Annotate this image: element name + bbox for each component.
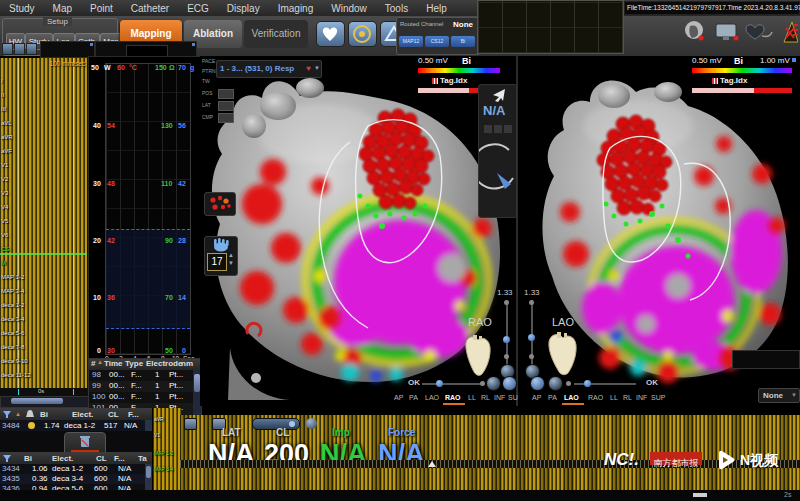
view-inf[interactable]: INF [494,394,505,401]
map-heart-button[interactable] [316,21,345,47]
strip-tool-button-3[interactable] [306,418,317,429]
preview-window-1[interactable] [40,41,95,58]
lat-checkbox[interactable] [218,101,234,111]
fan-knob[interactable] [251,373,261,383]
zoom-slider-knob[interactable] [528,334,535,341]
table2-row[interactable]: 34341.06deca 1-2600N/A [0,464,145,474]
map-selector-dropdown[interactable]: 1 - 3... (531, 0) Resp ♥ ▼ [216,60,322,78]
table-row[interactable]: 9800...F...1Pt... [89,370,193,381]
sort-arrow-icon[interactable]: ▲ [97,359,103,365]
speed-slider-knob[interactable] [436,380,443,387]
menu-ecg[interactable]: ECG [178,3,218,14]
tag-filter-dropdown[interactable]: None ▼ [758,388,800,403]
view-rao[interactable]: RAO [588,394,603,401]
col-num[interactable]: # [91,359,95,368]
view-rl[interactable]: RL [481,394,490,401]
orientation-heart-icon[interactable] [463,334,493,378]
routed-bi-button[interactable]: Bi [451,36,475,47]
counter-down-arrow[interactable]: ▼ [228,260,234,266]
filter-icon[interactable] [2,454,12,463]
menu-catheter[interactable]: Catheter [122,3,178,14]
ecg-scroll-thumb[interactable] [11,398,63,404]
lesion-tag-palette[interactable] [204,192,236,216]
realtime-signal-strip-lower[interactable]: NC!. 南方都市报 N视频 [180,468,800,490]
tag-grid-icon [432,78,438,84]
pos-checkbox[interactable] [218,89,234,99]
menu-display[interactable]: Display [218,3,269,14]
deleted-points-tab[interactable] [64,432,106,453]
ecg-hscrollbar[interactable] [0,396,89,408]
tag-scale-bar[interactable] [692,88,792,93]
ok-button[interactable]: OK [408,378,420,387]
zoom-slider-knob[interactable] [503,336,510,343]
map-side-label: CMP [202,114,213,120]
ok-button[interactable]: OK [646,378,658,387]
view-sup[interactable]: SUP [651,394,665,401]
window-corner-dot[interactable] [792,58,796,62]
map-viewport-2[interactable]: 0.50 mV Bi 1.00 mV Tag.Idx 1.33 LAO OK A… [518,56,800,406]
table-row[interactable]: 10000...F...1Pt... [89,392,193,403]
view-ap[interactable]: AP [532,394,541,401]
clock-sync-button[interactable] [530,376,545,391]
table2-row[interactable]: 34350.36deca 3-4600N/A [0,474,145,484]
globe-view-button[interactable] [486,376,501,391]
mini-ecg-strip[interactable]: aVR V1 MAP 1-2 MAP 3-4 0s [152,408,181,501]
color-scale-bar[interactable] [692,68,792,73]
filter-icon[interactable] [2,410,12,419]
ruler-marker[interactable] [428,461,436,467]
signal-popup[interactable] [477,0,624,54]
view-ll[interactable]: LL [468,394,476,401]
window-icon-1[interactable] [2,43,13,55]
point-counter-value[interactable]: 17 [207,253,227,271]
rotation-gauge-icon[interactable] [479,140,516,210]
menu-map[interactable]: Map [44,3,81,14]
routed-channel-value[interactable]: None [453,20,473,29]
speed-slider-knob[interactable] [584,380,591,387]
cmp-checkbox[interactable] [218,113,234,123]
color-scale-bar[interactable] [418,68,500,73]
dropdown-arrow-icon[interactable]: ▼ [791,392,797,398]
table-row[interactable]: 9900...F...1Pt... [89,381,193,392]
view-rl[interactable]: RL [623,394,632,401]
metric-label-imp: Imp [332,427,350,438]
clock-sync-button[interactable] [502,376,517,391]
view-pa[interactable]: PA [548,394,557,401]
dropdown-arrow-icon[interactable]: ▼ [314,65,320,71]
ecg-panel[interactable]: 100 mm/sec I II III aVL aVR aVF V1 V2 V3… [0,58,88,407]
view-rao-active[interactable]: RAO [445,394,461,401]
view-inf[interactable]: INF [636,394,647,401]
orientation-heart-icon[interactable] [546,330,580,378]
table1-row[interactable]: 3484 1.74 deca 1-2 517 N/A [0,420,145,431]
bell-icon[interactable] [26,410,34,419]
menu-study[interactable]: Study [0,3,44,14]
gauge-box-2[interactable] [494,125,502,133]
tab-verification[interactable]: Verification [244,20,308,48]
window-icon-3[interactable] [26,43,37,55]
menu-tools[interactable]: Tools [376,3,417,14]
routed-map12-button[interactable]: MAP12 [399,36,423,47]
map-viewport-1[interactable]: PACE PTRN TW POS LAT CMP 1 - 3... (531, … [200,56,518,406]
menu-help[interactable]: Help [417,3,456,14]
window-icon-2[interactable] [14,43,25,55]
speed-slider[interactable] [422,383,484,385]
menu-imaging[interactable]: Imaging [269,3,323,14]
counter-up-arrow[interactable]: ▲ [228,252,234,258]
timeline-scroll-thumb[interactable] [693,493,707,497]
gauge-box-3[interactable] [504,125,512,133]
view-pa[interactable]: PA [409,394,418,401]
anchor-point-dot [28,422,35,429]
menu-window[interactable]: Window [322,3,376,14]
globe-view-button[interactable] [548,376,563,391]
view-ll[interactable]: LL [610,394,618,401]
view-ap[interactable]: AP [394,394,403,401]
routed-cs12-button[interactable]: CS12 [425,36,449,47]
gauge-box-1[interactable] [484,125,492,133]
strip-tool-button-1[interactable] [184,418,197,430]
strip-time-ruler[interactable] [180,460,800,468]
table1-vscroll[interactable] [145,420,152,431]
view-lao[interactable]: LAO [425,394,439,401]
menu-point[interactable]: Point [81,3,122,14]
location-setup-button[interactable] [348,21,377,47]
view-lao-active[interactable]: LAO [564,394,579,401]
sort-arrow-icon[interactable]: ▲ [15,411,21,417]
